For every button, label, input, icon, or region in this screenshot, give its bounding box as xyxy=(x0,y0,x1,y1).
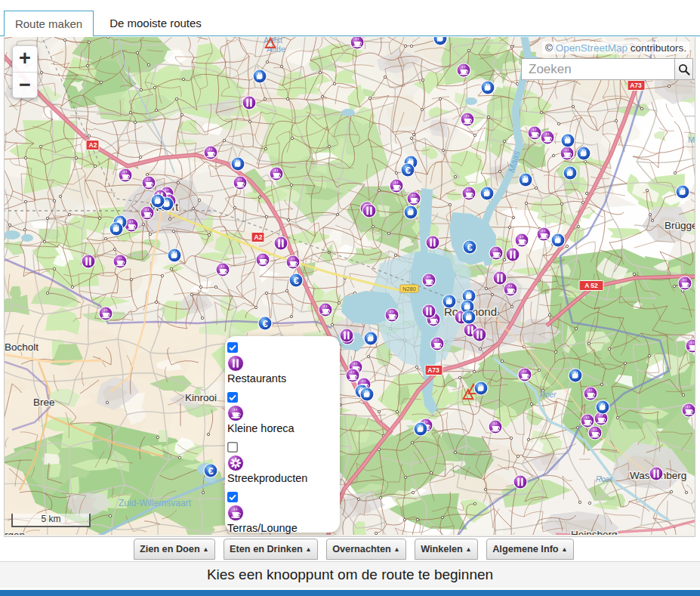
svg-text:€: € xyxy=(467,242,472,253)
svg-text:Kinrooi: Kinrooi xyxy=(185,392,217,403)
svg-text:rgen: rgen xyxy=(5,530,25,535)
svg-text:€: € xyxy=(208,465,213,477)
svg-text:A2: A2 xyxy=(89,141,97,149)
svg-text:Zuid-Willemsvaart: Zuid-Willemsvaart xyxy=(119,498,192,508)
svg-text:€: € xyxy=(405,165,410,176)
svg-text:A2: A2 xyxy=(254,233,263,241)
svg-text:€: € xyxy=(262,318,267,329)
svg-text:M: M xyxy=(688,135,695,144)
svg-text:Bocholt: Bocholt xyxy=(5,341,39,353)
svg-text:Brüggen: Brüggen xyxy=(665,220,695,231)
svg-text:Roer: Roer xyxy=(540,391,557,399)
svg-text:Roer: Roer xyxy=(596,475,612,483)
svg-text:A 52: A 52 xyxy=(584,282,598,289)
svg-text:N280: N280 xyxy=(402,286,416,292)
svg-text:Heinsberg: Heinsberg xyxy=(571,529,618,535)
svg-text:A73: A73 xyxy=(630,82,642,89)
svg-text:Bree: Bree xyxy=(33,397,55,408)
svg-text:Alfde: Alfde xyxy=(267,45,285,54)
svg-text:A73: A73 xyxy=(427,366,439,374)
svg-text:€: € xyxy=(293,275,298,286)
